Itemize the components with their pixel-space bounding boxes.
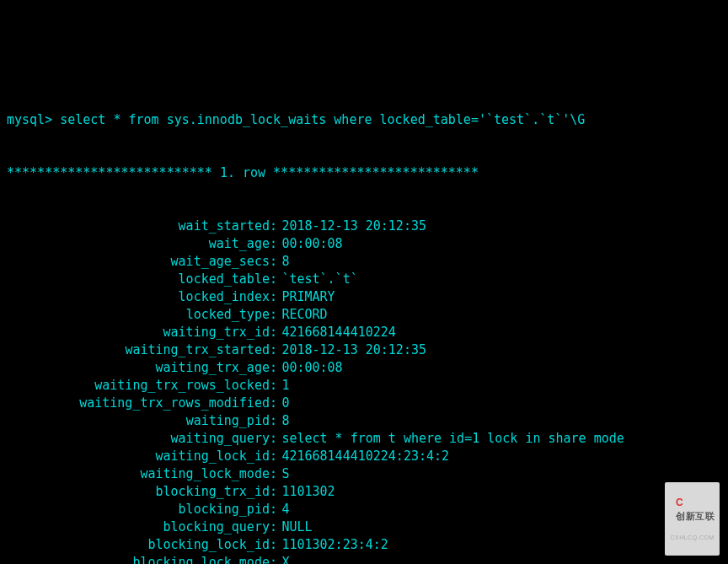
row-separator: *************************** 1. row *****… — [7, 164, 721, 182]
field-row: waiting_lock_id:421668144410224:23:4:2 — [7, 448, 721, 465]
field-row: wait_started:2018-12-13 20:12:35 — [7, 218, 721, 235]
watermark-cn-text: 创新互联 — [676, 511, 715, 521]
field-name: blocking_trx_id: — [7, 483, 277, 501]
field-name: blocking_pid: — [7, 501, 277, 518]
field-value: 8 — [277, 412, 289, 430]
field-row: blocking_query:NULL — [7, 518, 721, 536]
field-value: RECORD — [277, 306, 328, 324]
field-value: select * from t where id=1 lock in share… — [277, 430, 624, 448]
field-value: PRIMARY — [277, 288, 335, 306]
field-row: wait_age_secs:8 — [7, 253, 721, 271]
row-header-suffix: *************************** — [273, 165, 479, 180]
field-value: `test`.`t` — [277, 271, 358, 288]
field-name: wait_age_secs: — [7, 253, 277, 271]
terminal-output: mysql> select * from sys.innodb_lock_wai… — [7, 76, 721, 564]
field-name: blocking_lock_id: — [7, 536, 277, 554]
field-name: waiting_trx_rows_modified: — [7, 395, 277, 412]
field-value: 421668144410224 — [277, 324, 396, 341]
field-name: waiting_lock_mode: — [7, 465, 277, 483]
field-name: waiting_lock_id: — [7, 448, 277, 465]
field-row: waiting_query:select * from t where id=1… — [7, 430, 721, 448]
watermark-letter: C — [676, 497, 683, 508]
watermark-logo: C 创新互联 CXHLCQ.COM — [665, 482, 720, 556]
field-value: NULL — [277, 518, 313, 536]
field-row: waiting_trx_id:421668144410224 — [7, 324, 721, 341]
field-row: waiting_lock_mode:S — [7, 465, 721, 483]
field-value: X — [277, 554, 289, 564]
field-name: waiting_trx_id: — [7, 324, 277, 341]
field-name: wait_age: — [7, 235, 277, 253]
field-row: locked_type:RECORD — [7, 306, 721, 324]
field-row: waiting_trx_rows_locked:1 — [7, 377, 721, 395]
row-header-prefix: *************************** — [7, 165, 212, 180]
field-name: waiting_trx_age: — [7, 359, 277, 377]
row-header-label: 1. row — [220, 165, 265, 180]
field-row: locked_table:`test`.`t` — [7, 271, 721, 288]
field-row: locked_index:PRIMARY — [7, 288, 721, 306]
field-value: 1 — [277, 377, 289, 395]
field-value: 1101302 — [277, 483, 335, 501]
field-name: waiting_trx_rows_locked: — [7, 377, 277, 395]
field-value: 00:00:08 — [277, 359, 343, 377]
field-row: blocking_lock_id:1101302:23:4:2 — [7, 536, 721, 554]
field-name: waiting_trx_started: — [7, 341, 277, 359]
field-name: locked_index: — [7, 288, 277, 306]
field-value: 1101302:23:4:2 — [277, 536, 388, 554]
result-fields: wait_started:2018-12-13 20:12:35wait_age… — [7, 218, 721, 564]
field-value: 2018-12-13 20:12:35 — [277, 218, 426, 235]
field-value: 0 — [277, 395, 289, 412]
field-value: 4 — [277, 501, 289, 518]
field-row: waiting_trx_age:00:00:08 — [7, 359, 721, 377]
field-value: 00:00:08 — [277, 235, 343, 253]
sql-query: select * from sys.innodb_lock_waits wher… — [60, 112, 585, 127]
field-row: wait_age:00:00:08 — [7, 235, 721, 253]
watermark-en-text: CXHLCQ.COM — [670, 534, 715, 542]
field-value: S — [277, 465, 289, 483]
field-row: blocking_lock_mode:X — [7, 554, 721, 564]
query-line: mysql> select * from sys.innodb_lock_wai… — [7, 111, 721, 129]
mysql-prompt: mysql> — [7, 112, 52, 127]
field-name: locked_type: — [7, 306, 277, 324]
field-row: waiting_pid:8 — [7, 412, 721, 430]
field-name: wait_started: — [7, 218, 277, 235]
field-row: waiting_trx_started:2018-12-13 20:12:35 — [7, 341, 721, 359]
field-name: waiting_query: — [7, 430, 277, 448]
field-name: blocking_lock_mode: — [7, 554, 277, 564]
field-row: waiting_trx_rows_modified:0 — [7, 395, 721, 412]
field-row: blocking_trx_id:1101302 — [7, 483, 721, 501]
field-value: 2018-12-13 20:12:35 — [277, 341, 426, 359]
field-name: locked_table: — [7, 271, 277, 288]
field-value: 8 — [277, 253, 289, 271]
field-row: blocking_pid:4 — [7, 501, 721, 518]
field-name: waiting_pid: — [7, 412, 277, 430]
field-name: blocking_query: — [7, 518, 277, 536]
field-value: 421668144410224:23:4:2 — [277, 448, 449, 465]
